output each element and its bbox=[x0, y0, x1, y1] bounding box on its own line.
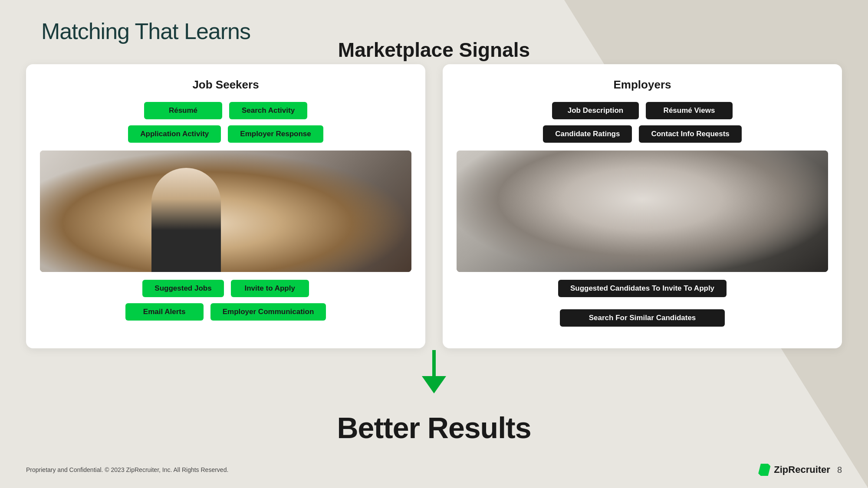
tag-email-alerts[interactable]: Email Alerts bbox=[125, 303, 204, 321]
tag-suggested-candidates[interactable]: Suggested Candidates To Invite To Apply bbox=[558, 280, 727, 297]
tag-application-activity[interactable]: Application Activity bbox=[128, 125, 221, 143]
logo-text: ZipRecruiter bbox=[774, 464, 830, 475]
tag-search-similar[interactable]: Search For Similar Candidates bbox=[560, 309, 725, 327]
footer: Proprietary and Confidential. © 2023 Zip… bbox=[0, 464, 868, 476]
job-seekers-title: Job Seekers bbox=[40, 78, 411, 92]
job-seeker-photo bbox=[40, 151, 411, 272]
arrow-section bbox=[422, 350, 446, 393]
cards-row: Job Seekers Résumé Search Activity Appli… bbox=[26, 64, 842, 348]
tag-candidate-ratings[interactable]: Candidate Ratings bbox=[543, 125, 632, 143]
section-heading: Marketplace Signals bbox=[0, 38, 868, 62]
job-seekers-mid-tags: Application Activity Employer Response bbox=[40, 125, 411, 143]
better-results: Better Results bbox=[0, 411, 868, 445]
page-number: 8 bbox=[837, 465, 842, 475]
employers-mid-tags: Candidate Ratings Contact Info Requests bbox=[457, 125, 828, 143]
job-seeker-photo-content bbox=[40, 151, 411, 272]
job-seekers-card: Job Seekers Résumé Search Activity Appli… bbox=[26, 64, 425, 348]
page-content: Matching That Learns Marketplace Signals… bbox=[0, 0, 868, 488]
tag-contact-info-requests[interactable]: Contact Info Requests bbox=[639, 125, 741, 143]
tag-resume-views[interactable]: Résumé Views bbox=[646, 102, 733, 119]
tag-job-description[interactable]: Job Description bbox=[552, 102, 639, 119]
footer-text: Proprietary and Confidential. © 2023 Zip… bbox=[26, 466, 228, 473]
tag-suggested-jobs[interactable]: Suggested Jobs bbox=[142, 280, 224, 297]
tag-search-activity[interactable]: Search Activity bbox=[229, 102, 307, 119]
ziprecruiter-icon bbox=[758, 464, 770, 476]
arrow-shaft bbox=[432, 350, 436, 376]
employers-title: Employers bbox=[457, 78, 828, 92]
employers-search-row: Search For Similar Candidates bbox=[457, 309, 828, 327]
ziprecruiter-logo: ZipRecruiter bbox=[758, 464, 830, 476]
footer-right: ZipRecruiter 8 bbox=[758, 464, 842, 476]
tag-employer-response[interactable]: Employer Response bbox=[228, 125, 323, 143]
employers-card: Employers Job Description Résumé Views C… bbox=[443, 64, 842, 348]
employers-bottom-tags: Suggested Candidates To Invite To Apply … bbox=[457, 280, 828, 333]
tag-resume[interactable]: Résumé bbox=[144, 102, 222, 119]
employer-photo-content bbox=[457, 151, 828, 272]
employers-suggested-row: Suggested Candidates To Invite To Apply bbox=[457, 280, 828, 297]
tag-invite-to-apply[interactable]: Invite to Apply bbox=[231, 280, 309, 297]
job-seekers-bottom-tags: Suggested Jobs Invite to Apply bbox=[40, 280, 411, 297]
tag-employer-communication[interactable]: Employer Communication bbox=[210, 303, 326, 321]
employers-top-tags: Job Description Résumé Views bbox=[457, 102, 828, 119]
job-seekers-top-tags: Résumé Search Activity bbox=[40, 102, 411, 119]
employer-photo bbox=[457, 151, 828, 272]
arrow-head bbox=[422, 376, 446, 393]
job-seekers-footer-tags: Email Alerts Employer Communication bbox=[40, 303, 411, 321]
